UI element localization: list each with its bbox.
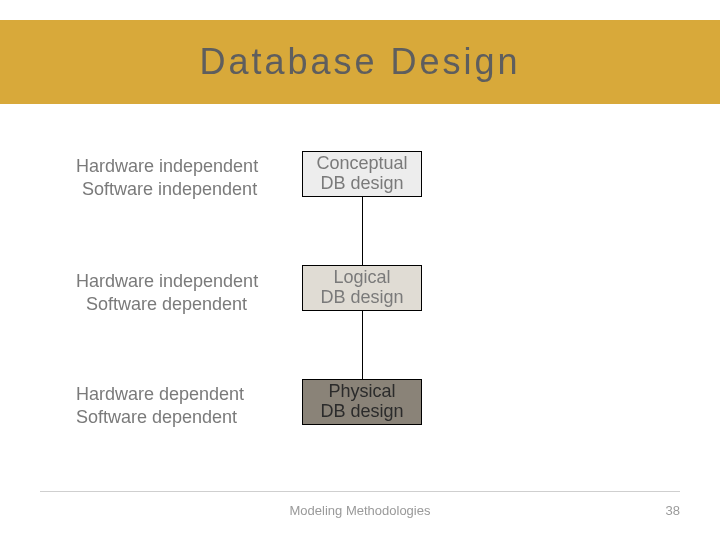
footer-divider [40,491,680,492]
stage-label-1-line1: Hardware independent [76,155,276,178]
stage-box-physical: Physical DB design [302,379,422,425]
stage-box-3-line2: DB design [320,402,403,422]
stage-label-3: Hardware dependent Software dependent [76,383,276,428]
connector-1-2 [362,197,363,265]
diagram-area: Hardware independent Software independen… [0,145,720,465]
stage-box-conceptual: Conceptual DB design [302,151,422,197]
stage-label-1-line2: Software independent [76,178,276,201]
stage-label-2: Hardware independent Software dependent [76,270,276,315]
stage-box-3-line1: Physical [328,382,395,402]
stage-box-logical: Logical DB design [302,265,422,311]
stage-box-2-line2: DB design [320,288,403,308]
stage-box-2-line1: Logical [333,268,390,288]
page-number: 38 [666,503,680,518]
title-band: Database Design [0,20,720,104]
stage-label-2-line2: Software dependent [76,293,276,316]
stage-label-3-line1: Hardware dependent [76,383,276,406]
stage-label-1: Hardware independent Software independen… [76,155,276,200]
slide-title: Database Design [199,41,520,83]
stage-label-3-line2: Software dependent [76,406,276,429]
connector-2-3 [362,311,363,379]
stage-box-1-line2: DB design [320,174,403,194]
stage-label-2-line1: Hardware independent [76,270,276,293]
footer-text: Modeling Methodologies [0,503,720,518]
stage-box-1-line1: Conceptual [316,154,407,174]
